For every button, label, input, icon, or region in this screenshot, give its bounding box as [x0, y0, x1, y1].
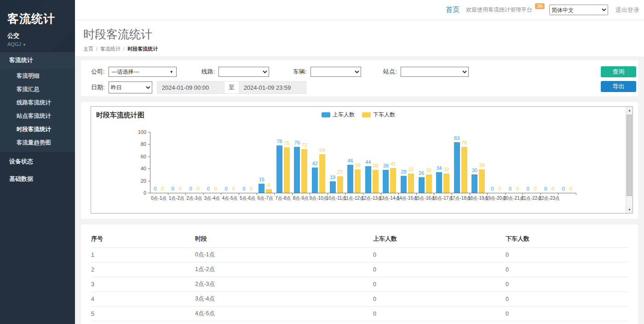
sidebar-subitem[interactable]: 客流量趋势图: [0, 136, 75, 150]
app-logo-title: 客流统计: [7, 11, 68, 26]
bar-上车人数-11点-12点[interactable]: [347, 165, 353, 193]
table-cell: 4点-5点: [195, 307, 373, 321]
bar-下车人数-13点-14点[interactable]: [390, 168, 396, 193]
breadcrumb-passenger-stats[interactable]: 客流统计: [100, 46, 121, 52]
vehicle-select[interactable]: [310, 67, 361, 77]
home-link[interactable]: 首页: [446, 6, 460, 14]
bar-下车人数-18点-19点[interactable]: [479, 169, 485, 193]
export-button[interactable]: 导出: [601, 81, 636, 92]
legend-label: 下车人数: [373, 111, 395, 119]
bar-下车人数-11点-12点[interactable]: [355, 169, 361, 193]
sidebar-subitem[interactable]: 客流汇总: [0, 83, 75, 96]
table-cell: 2点-3点: [195, 277, 373, 292]
bar-下车人数-9点-10点[interactable]: [319, 154, 325, 193]
sidebar-subitem[interactable]: 时段客流统计: [0, 123, 75, 136]
legend-swatch: [362, 112, 371, 117]
bar-上车人数-10点-11点[interactable]: [330, 181, 336, 193]
bar-上车人数-14点-15点[interactable]: [401, 176, 407, 193]
sidebar-item[interactable]: 基础数据: [0, 170, 75, 188]
bar-下车人数-15点-16点[interactable]: [426, 174, 432, 193]
sidebar-subitem[interactable]: 站点客流统计: [0, 110, 75, 123]
station-select[interactable]: [401, 67, 469, 77]
table-cell: 0: [506, 262, 629, 277]
bar-下车人数-7点-8点[interactable]: [284, 147, 290, 193]
bar-value-label: 39: [475, 162, 489, 168]
legend-item[interactable]: 下车人数: [362, 111, 395, 119]
legend-item[interactable]: 上车人数: [322, 111, 355, 119]
table-row[interactable]: 65点-6点00: [91, 321, 629, 324]
table-cell: 0: [506, 307, 629, 321]
y-tick-label: 60: [131, 154, 146, 159]
table-cell: 0: [506, 321, 629, 324]
bar-上车人数-17点-18点[interactable]: [454, 142, 460, 193]
table-row[interactable]: 10点-1点00: [91, 248, 629, 262]
dropdown-arrow-icon: ▼: [170, 70, 173, 74]
filter-panel: 公司: ---请选择--- ▼ 线路: 车辆: 站点: 日期: 昨日: [81, 60, 638, 96]
bar-上车人数-16点-17点[interactable]: [436, 172, 442, 193]
table-row[interactable]: 32点-3点00: [91, 277, 629, 292]
bar-上车人数-8点-9点[interactable]: [294, 147, 300, 193]
table-cell: 0: [506, 248, 629, 262]
table-cell: 4: [91, 292, 195, 307]
bar-value-label: 41: [386, 161, 400, 167]
company-select[interactable]: ---请选择--- ▼: [109, 67, 177, 77]
bar-下车人数-8点-9点[interactable]: [301, 149, 307, 193]
sidebar-submenu: 客流明细客流汇总线路客流统计站点客流统计时段客流统计客流量趋势图: [0, 69, 75, 153]
scrollbar-thumb[interactable]: [627, 115, 632, 196]
sidebar-section-passenger-stats[interactable]: 客流统计: [0, 52, 75, 69]
logout-link[interactable]: 退出登录: [615, 6, 639, 14]
bar-value-label: 76: [457, 140, 471, 145]
hourly-traffic-chart: 时段车流统计图 上车人数下车人数 0204060801000点-1点001点-2…: [91, 106, 633, 214]
chart-scrollbar[interactable]: ▲ ▼: [626, 107, 632, 213]
sidebar-subitem[interactable]: 客流明细: [0, 69, 75, 83]
date-end-input[interactable]: [239, 81, 306, 94]
date-label: 日期:: [91, 83, 105, 92]
date-start-input[interactable]: [157, 81, 224, 94]
sidebar-item[interactable]: 设备状态: [0, 153, 75, 170]
line-select[interactable]: [218, 67, 269, 77]
bar-上车人数-9点-10点[interactable]: [312, 168, 318, 193]
bar-下车人数-6点-7点[interactable]: [266, 189, 272, 193]
notification-badge[interactable]: 34: [535, 3, 545, 9]
bar-上车人数-12点-13点[interactable]: [365, 166, 371, 193]
table-cell: 0点-1点: [195, 248, 373, 262]
bar-下车人数-16点-17点[interactable]: [443, 174, 449, 193]
bar-上车人数-18点-19点[interactable]: [472, 174, 477, 193]
breadcrumb-home[interactable]: 主页: [83, 46, 93, 52]
table-cell: 5: [91, 307, 195, 321]
table-cell: 0: [373, 292, 506, 307]
date-preset-select[interactable]: 昨日: [109, 81, 152, 93]
org-code-dropdown[interactable]: AQGJ ▼: [7, 41, 68, 47]
bar-上车人数-15点-16点[interactable]: [419, 177, 425, 193]
breadcrumb: 主页/客流统计/时段客流统计: [83, 46, 644, 52]
chevron-down-icon: ▼: [23, 43, 26, 47]
sidebar: 客流统计 公交 AQGJ ▼ 客流统计 客流明细客流汇总线路客流统计站点客流统计…: [0, 0, 75, 324]
bar-上车人数-7点-8点[interactable]: [276, 145, 282, 193]
bar-value-label: 6: [262, 182, 276, 188]
table-row[interactable]: 54点-5点00: [91, 307, 629, 321]
scroll-down-arrow-icon[interactable]: ▼: [626, 206, 633, 213]
chart-plot-area: 0204060801000点-1点001点-2点002点-3点003点-4点00…: [150, 132, 576, 193]
table-row[interactable]: 43点-4点00: [91, 292, 629, 307]
table-header-cell: 时段: [195, 231, 373, 248]
vehicle-label: 车辆:: [293, 68, 307, 76]
bar-下车人数-10点-11点[interactable]: [337, 176, 343, 193]
bar-下车人数-12点-13点[interactable]: [373, 170, 379, 193]
bar-下车人数-14点-15点[interactable]: [408, 174, 414, 193]
table-header-cell: 下车人数: [506, 231, 629, 248]
y-tick-mark: [148, 156, 150, 157]
bar-下车人数-17点-18点[interactable]: [461, 147, 467, 193]
table-header-cell: 上车人数: [373, 231, 506, 248]
sidebar-subitem[interactable]: 线路客流统计: [0, 96, 75, 110]
table-panel: 序号时段上车人数下车人数 10点-1点0021点-2点0032点-3点0043点…: [81, 225, 638, 324]
scroll-up-arrow-icon[interactable]: ▲: [626, 107, 633, 114]
y-tick-mark: [148, 144, 150, 145]
table-row[interactable]: 21点-2点00: [91, 262, 629, 277]
query-button[interactable]: 查询: [601, 66, 636, 77]
table-cell: 0: [373, 321, 506, 324]
y-tick-mark: [148, 168, 150, 169]
bar-上车人数-13点-14点[interactable]: [383, 170, 389, 193]
page-title: 时段客流统计: [83, 27, 644, 42]
table-body: 10点-1点0021点-2点0032点-3点0043点-4点0054点-5点00…: [91, 248, 629, 324]
language-select[interactable]: 简体中文: [549, 5, 608, 15]
